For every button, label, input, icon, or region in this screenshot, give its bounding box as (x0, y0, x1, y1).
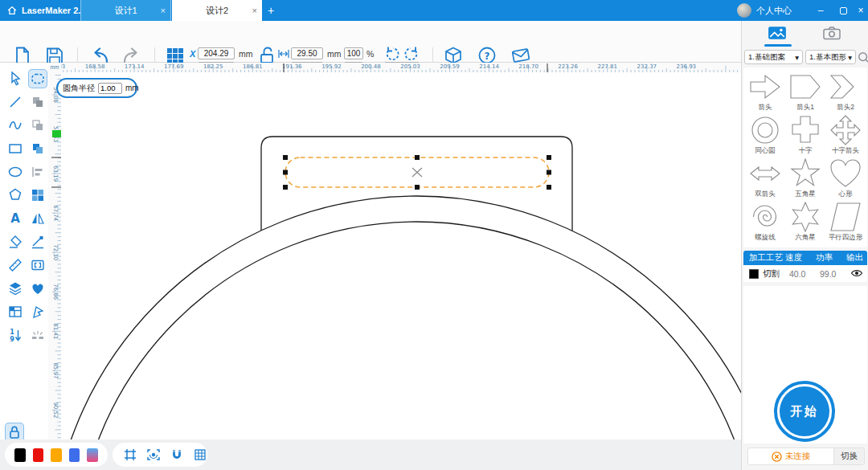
shape-arrow-chevron[interactable]: 箭头2 (825, 71, 866, 113)
selection-handle[interactable] (283, 155, 288, 160)
outer-circle-path[interactable] (61, 196, 741, 439)
color-swatch-black[interactable] (14, 448, 26, 462)
workspace-frame-icon[interactable] (123, 448, 137, 462)
avatar[interactable] (737, 3, 751, 18)
color-swatch-amber[interactable] (51, 448, 62, 462)
mirror-tool[interactable] (28, 209, 47, 228)
array-tool[interactable] (28, 186, 47, 205)
output-eye-icon[interactable] (850, 268, 863, 280)
ellipse-tool[interactable] (6, 162, 25, 182)
start-button[interactable]: 开始 (774, 381, 835, 442)
process-header: 加工工艺 速度 功率 输出 (743, 251, 867, 265)
table-tool[interactable] (6, 302, 25, 321)
width-percent-input[interactable] (344, 47, 363, 59)
subtract-tool[interactable] (28, 116, 47, 135)
vectorize-tool[interactable] (28, 302, 47, 321)
camera-tab[interactable] (822, 26, 841, 43)
weld-tool[interactable] (28, 255, 47, 275)
design-canvas[interactable] (61, 72, 741, 439)
preview-fit-icon[interactable] (146, 448, 161, 462)
gallery-tab[interactable] (768, 26, 787, 43)
sort-tool[interactable]: 19 (6, 325, 25, 345)
category-dropdown[interactable]: 1.基础图案▾ (744, 50, 803, 64)
grid-toggle-icon[interactable] (193, 448, 207, 462)
polygon-tool[interactable] (6, 186, 25, 205)
svg-text:186.81: 186.81 (243, 63, 263, 70)
eraser-tool[interactable] (6, 232, 25, 251)
node-edit-tool[interactable] (28, 232, 47, 251)
tab-design1[interactable]: 设计1 × (80, 0, 171, 21)
curve-tool[interactable] (6, 116, 25, 135)
rect-tool[interactable] (6, 139, 25, 158)
snap-magnet-icon[interactable] (170, 448, 184, 462)
width-input[interactable] (291, 47, 323, 59)
text-tool[interactable]: A (6, 209, 25, 228)
measure-tool[interactable] (6, 255, 25, 275)
svg-text:76.86: 76.86 (52, 284, 59, 300)
search-icon[interactable] (858, 51, 868, 67)
shape-cross-arrows[interactable]: 十字箭头 (825, 114, 866, 157)
shape-heart[interactable]: 心形 (825, 157, 866, 200)
shape-label: 箭头1 (796, 103, 814, 112)
fillet-radius-input[interactable] (98, 83, 122, 94)
trace-tool[interactable] (28, 279, 47, 298)
minimize-button[interactable]: – (812, 0, 829, 21)
svg-text:209.59: 209.59 (440, 63, 460, 70)
line-tool[interactable] (6, 92, 25, 112)
align-tool[interactable] (28, 162, 47, 182)
union-tool[interactable] (28, 92, 47, 112)
process-color-swatch[interactable] (749, 269, 759, 279)
selection-handle[interactable] (415, 155, 420, 160)
close-tab2-icon[interactable]: × (252, 6, 257, 15)
shape-label: 箭头 (759, 103, 772, 112)
combine-tool[interactable] (28, 139, 47, 158)
subcategory-dropdown[interactable]: 1.基本图形▾ (805, 50, 856, 64)
color-swatch-gradient[interactable] (87, 448, 98, 462)
home-icon[interactable] (5, 0, 19, 21)
selection-handle[interactable] (283, 170, 288, 175)
color-swatch-blue[interactable] (69, 448, 80, 462)
svg-text:63.19: 63.19 (52, 166, 59, 182)
shape-star6[interactable]: 六角星 (785, 201, 825, 243)
color-swatch-red[interactable] (33, 448, 44, 462)
shape-star5[interactable]: 五角星 (785, 157, 825, 200)
selection-handle[interactable] (547, 155, 551, 160)
x-position-input[interactable] (198, 47, 235, 59)
maximize-button[interactable] (834, 0, 852, 21)
svg-text:218.70: 218.70 (518, 63, 538, 70)
shape-arrow-right[interactable]: 箭头 (745, 71, 785, 113)
selection-handle[interactable] (547, 170, 551, 175)
switch-device-button[interactable]: 切换 (833, 448, 864, 464)
tab-outline-path[interactable] (261, 137, 572, 231)
svg-text:227.81: 227.81 (597, 63, 617, 70)
inner-circle-path[interactable] (76, 222, 741, 439)
close-tab1-icon[interactable]: × (161, 6, 166, 15)
select-tool[interactable] (6, 69, 25, 88)
close-button[interactable]: × (852, 0, 868, 21)
selection-handle[interactable] (415, 185, 420, 190)
selection-handle[interactable] (547, 185, 551, 190)
process-settings: 加工工艺 速度 功率 输出 切割40.099.0 (743, 251, 867, 282)
layers-tool[interactable] (6, 279, 25, 298)
connection-status[interactable]: 未连接 (748, 448, 833, 464)
shape-double-arrow[interactable]: 双箭头 (745, 157, 785, 200)
process-row[interactable]: 切割40.099.0 (743, 265, 867, 282)
new-tab-button[interactable]: + (263, 0, 279, 21)
fillet-tool[interactable] (28, 69, 47, 88)
perforation-tool[interactable] (28, 325, 47, 345)
width-percent-sign: % (366, 49, 374, 59)
shape-label: 双箭头 (755, 190, 776, 199)
double-arrow-icon (749, 158, 781, 189)
lasermaker-window: LaserMaker 2.0.41 设计1 × 设计2 × + 个人中心 – ×… (0, 0, 868, 470)
user-center-label[interactable]: 个人中心 (756, 0, 792, 21)
start-area: 开始 (743, 286, 867, 443)
shape-parallelogram[interactable]: 平行四边形 (825, 201, 866, 243)
canvas-tools (113, 443, 207, 467)
selection-handle[interactable] (283, 185, 288, 190)
shape-spiral[interactable]: 螺旋线 (745, 201, 785, 243)
tab-design2[interactable]: 设计2 × (172, 0, 262, 21)
shape-cross[interactable]: 十字 (785, 114, 825, 157)
shape-arrow-pentagon[interactable]: 箭头1 (785, 71, 825, 113)
shape-concentric-circles[interactable]: 同心圆 (745, 114, 785, 157)
bottom-bar (0, 439, 741, 470)
